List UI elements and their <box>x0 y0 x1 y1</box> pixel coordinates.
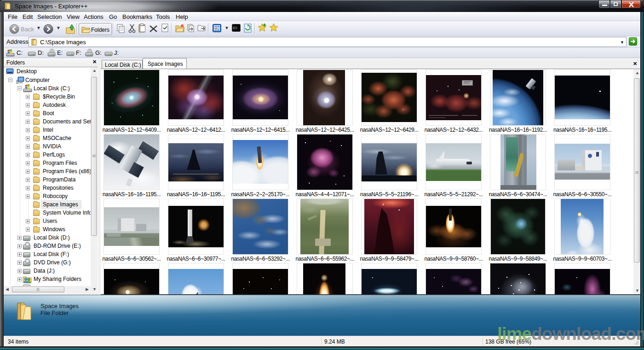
svg-text:C:\: C:\ <box>233 26 237 29</box>
